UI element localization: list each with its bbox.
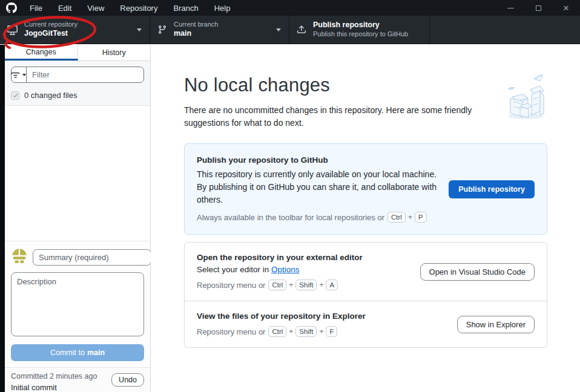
undo-button[interactable]: Undo xyxy=(111,373,144,387)
last-commit-bar: Committed 2 minutes ago Initial commit U… xyxy=(5,367,150,392)
key-a: A xyxy=(326,279,338,290)
key-separator: + xyxy=(319,327,323,336)
no-changes-illustration xyxy=(500,70,552,126)
changes-list-empty xyxy=(5,106,150,241)
avatar xyxy=(11,247,28,267)
chevron-down-icon xyxy=(22,74,26,76)
explorer-section-title: View the files of your repository in Exp… xyxy=(197,312,446,321)
github-desktop-window: File Edit View Repository Branch Help ✕ … xyxy=(0,0,580,392)
commit-description-input[interactable] xyxy=(11,272,144,336)
key-ctrl: Ctrl xyxy=(268,279,286,290)
toolbar: Current repository JogoGitTest Current b… xyxy=(0,16,580,44)
publish-card-title: Publish your repository to GitHub xyxy=(197,155,438,165)
publish-toolbar-title: Publish repository xyxy=(313,21,408,30)
check-icon xyxy=(13,93,18,98)
editor-section-line: Select your editor in Options xyxy=(197,265,409,274)
current-branch-label: Current branch xyxy=(174,21,218,29)
publish-card-note: Always available in the toolbar for loca… xyxy=(197,212,438,223)
menu-help[interactable]: Help xyxy=(206,4,239,13)
open-in-vscode-button[interactable]: Open in Visual Studio Code xyxy=(420,263,535,281)
publish-repository-toolbar-button[interactable]: Publish repository Publish this reposito… xyxy=(289,16,430,44)
open-editor-section: Open the repository in your external edi… xyxy=(185,243,547,301)
current-repository-name: JogoGitTest xyxy=(24,29,77,39)
editor-section-title: Open the repository in your external edi… xyxy=(197,253,409,262)
repository-computer-icon xyxy=(7,25,18,35)
key-shift: Shift xyxy=(295,326,317,337)
commit-button-prefix: Commit to xyxy=(50,348,85,357)
maximize-icon[interactable] xyxy=(524,0,552,16)
show-explorer-section: View the files of your repository in Exp… xyxy=(185,301,547,347)
key-ctrl: Ctrl xyxy=(387,212,406,223)
changes-sidebar: Changes History 0 changed files xyxy=(5,45,151,392)
key-separator: + xyxy=(319,281,323,289)
window-controls: ✕ xyxy=(496,0,580,16)
close-icon[interactable]: ✕ xyxy=(552,0,580,16)
key-separator: + xyxy=(289,281,293,289)
current-branch-button[interactable]: Current branch main xyxy=(150,16,289,44)
select-all-checkbox[interactable] xyxy=(11,91,19,100)
explorer-note-text: Repository menu or xyxy=(197,327,265,336)
suggestions-card: Open the repository in your external edi… xyxy=(184,242,547,348)
filter-icon xyxy=(12,72,19,78)
chevron-down-icon xyxy=(137,28,142,31)
git-branch-icon xyxy=(157,25,167,34)
current-repository-label: Current repository xyxy=(24,21,77,29)
filter-input[interactable] xyxy=(27,67,144,82)
github-logo-icon xyxy=(6,2,17,13)
commit-summary-input[interactable] xyxy=(33,249,151,266)
publish-toolbar-subtitle: Publish this repository to GitHub xyxy=(313,30,408,39)
menu-edit[interactable]: Edit xyxy=(50,4,79,13)
changed-files-row: 0 changed files xyxy=(5,88,150,106)
editor-note-text: Repository menu or xyxy=(197,281,265,290)
commit-message: Initial commit xyxy=(11,383,97,392)
menu-file[interactable]: File xyxy=(22,4,50,13)
main-content: No local changes There are no uncommitte… xyxy=(151,45,580,392)
commit-form: Commit to main xyxy=(5,241,150,367)
options-link[interactable]: Options xyxy=(271,265,300,274)
menu-repository[interactable]: Repository xyxy=(112,4,165,13)
publish-note-text: Always available in the toolbar for loca… xyxy=(197,213,384,222)
menu-view[interactable]: View xyxy=(79,4,112,13)
page-subtitle: There are no uncommitted changes in this… xyxy=(184,104,490,129)
changed-files-count: 0 changed files xyxy=(24,91,77,100)
current-branch-name: main xyxy=(174,29,218,39)
explorer-section-note: Repository menu or Ctrl + Shift + F xyxy=(197,326,446,337)
menu-bar: File Edit View Repository Branch Help xyxy=(22,4,238,13)
key-f: F xyxy=(326,326,337,337)
title-bar: File Edit View Repository Branch Help ✕ xyxy=(0,0,580,16)
key-p: P xyxy=(415,212,427,223)
publish-repository-button[interactable]: Publish repository xyxy=(449,180,535,198)
commit-to-main-button[interactable]: Commit to main xyxy=(11,344,144,361)
committed-time: Committed 2 minutes ago xyxy=(11,372,97,381)
tab-changes[interactable]: Changes xyxy=(5,45,78,60)
key-ctrl: Ctrl xyxy=(268,326,286,337)
editor-line-text: Select your editor in xyxy=(197,265,269,274)
chevron-down-icon xyxy=(276,28,281,31)
sidebar-tabbar: Changes History xyxy=(5,45,150,61)
publish-card-body: This repository is currently only availa… xyxy=(197,168,438,206)
current-repository-button[interactable]: Current repository JogoGitTest xyxy=(0,16,150,44)
key-shift: Shift xyxy=(295,279,317,290)
left-edge-strip xyxy=(0,45,5,392)
upload-icon xyxy=(297,25,306,34)
toolbar-spacer xyxy=(430,16,580,44)
key-separator: + xyxy=(408,213,412,221)
tab-history[interactable]: History xyxy=(78,45,151,60)
show-in-explorer-button[interactable]: Show in Explorer xyxy=(457,316,535,333)
menu-branch[interactable]: Branch xyxy=(165,4,206,13)
key-separator: + xyxy=(289,327,293,336)
editor-section-note: Repository menu or Ctrl + Shift + A xyxy=(197,279,409,290)
filter-options-button[interactable] xyxy=(12,67,27,82)
minimize-icon[interactable] xyxy=(496,0,524,16)
commit-button-branch: main xyxy=(87,348,105,357)
filter-row xyxy=(5,61,150,88)
publish-suggestion-card: Publish your repository to GitHub This r… xyxy=(184,143,547,235)
